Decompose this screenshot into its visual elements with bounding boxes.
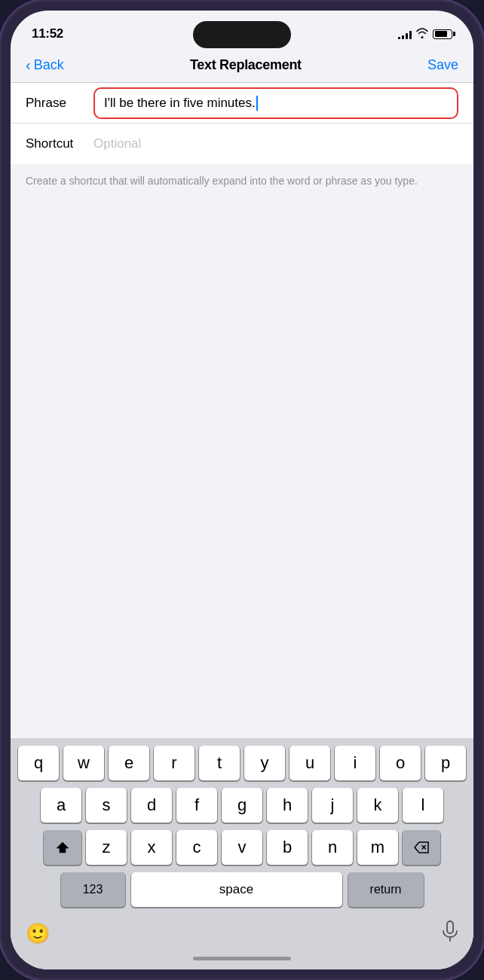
phrase-value: I'll be there in five minutes.	[104, 96, 256, 111]
keyboard-row-4: 123 space return	[14, 872, 470, 907]
shortcut-row: Shortcut Optional	[11, 124, 473, 164]
save-button[interactable]: Save	[427, 57, 458, 73]
keyboard-row-3: z x c v b n m	[14, 830, 470, 865]
wifi-icon	[416, 28, 428, 41]
phrase-input-wrapper: I'll be there in five minutes.	[93, 87, 458, 119]
content-spacer	[11, 201, 473, 738]
key-z[interactable]: z	[86, 830, 127, 865]
key-j[interactable]: j	[312, 788, 353, 823]
text-cursor	[256, 96, 258, 111]
svg-rect-0	[447, 921, 453, 933]
phrase-row: Phrase I'll be there in five minutes.	[11, 83, 473, 124]
status-icons	[398, 28, 452, 41]
key-w[interactable]: w	[63, 746, 104, 780]
phrase-input-highlighted[interactable]: I'll be there in five minutes.	[93, 87, 458, 119]
key-l[interactable]: l	[403, 788, 443, 823]
space-key[interactable]: space	[131, 872, 342, 907]
shortcut-label: Shortcut	[26, 136, 93, 151]
back-button[interactable]: ‹ Back	[26, 57, 64, 73]
status-time: 11:52	[32, 26, 63, 41]
key-p[interactable]: p	[425, 746, 466, 780]
key-q[interactable]: q	[18, 746, 59, 780]
page-title: Text Replacement	[190, 57, 302, 73]
dynamic-island	[193, 21, 291, 48]
key-d[interactable]: d	[131, 788, 172, 823]
key-a[interactable]: a	[41, 788, 81, 823]
keyboard: q w e r t y u i o p a s d f g h j k	[11, 738, 473, 917]
keyboard-row-1: q w e r t y u i o p	[14, 746, 470, 780]
phone-frame: 11:52	[0, 0, 484, 980]
bottom-bar: 🙂	[11, 917, 473, 969]
shift-key[interactable]	[44, 830, 81, 865]
nav-bar: ‹ Back Text Replacement Save	[11, 51, 473, 82]
key-h[interactable]: h	[267, 788, 308, 823]
microphone-icon[interactable]	[442, 920, 458, 946]
description-area: Create a shortcut that will automaticall…	[11, 164, 473, 201]
key-e[interactable]: e	[109, 746, 149, 780]
key-m[interactable]: m	[357, 830, 398, 865]
keyboard-row-2: a s d f g h j k l	[14, 788, 470, 823]
return-key[interactable]: return	[348, 872, 424, 907]
key-t[interactable]: t	[199, 746, 240, 780]
key-u[interactable]: u	[289, 746, 330, 780]
key-n[interactable]: n	[312, 830, 353, 865]
home-indicator	[193, 957, 291, 960]
form-area: Phrase I'll be there in five minutes. Sh…	[11, 83, 473, 164]
key-b[interactable]: b	[267, 830, 308, 865]
key-r[interactable]: r	[154, 746, 195, 780]
key-y[interactable]: y	[244, 746, 285, 780]
key-s[interactable]: s	[86, 788, 127, 823]
key-x[interactable]: x	[131, 830, 172, 865]
phrase-label: Phrase	[26, 96, 93, 111]
key-v[interactable]: v	[222, 830, 262, 865]
delete-key[interactable]	[403, 830, 440, 865]
shortcut-input[interactable]: Optional	[93, 133, 458, 154]
key-f[interactable]: f	[176, 788, 217, 823]
key-c[interactable]: c	[176, 830, 217, 865]
signal-icon	[398, 29, 412, 39]
back-label: Back	[34, 57, 64, 73]
back-chevron-icon: ‹	[26, 57, 31, 72]
key-o[interactable]: o	[380, 746, 421, 780]
phone-screen: 11:52	[11, 11, 473, 969]
key-i[interactable]: i	[335, 746, 375, 780]
numbers-key[interactable]: 123	[61, 872, 125, 907]
key-k[interactable]: k	[357, 788, 398, 823]
description-text: Create a shortcut that will automaticall…	[26, 175, 418, 187]
key-g[interactable]: g	[222, 788, 262, 823]
emoji-button[interactable]: 🙂	[26, 922, 50, 945]
keyboard-bottom-row: 🙂	[11, 917, 473, 952]
battery-icon	[433, 29, 452, 39]
